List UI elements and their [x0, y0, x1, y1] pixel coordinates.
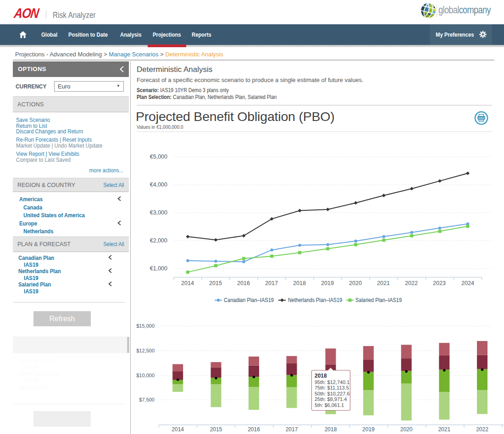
svg-text:2023: 2023: [433, 280, 446, 286]
svg-text:25th: $8,971.4: 25th: $8,971.4: [315, 396, 347, 402]
svg-text:95th: $12,740.1: 95th: $12,740.1: [315, 379, 349, 385]
svg-text:2024: 2024: [461, 280, 474, 286]
svg-text:2019: 2019: [321, 280, 334, 286]
svg-text:$7,500: $7,500: [139, 397, 155, 402]
svg-text:2021: 2021: [438, 426, 450, 433]
svg-text:$10,000: $10,000: [136, 373, 155, 378]
svg-text:2017: 2017: [286, 426, 298, 433]
svg-text:Canadian Plan–IAS19: Canadian Plan–IAS19: [224, 297, 274, 303]
svg-text:2022: 2022: [405, 280, 418, 286]
svg-text:2016: 2016: [248, 426, 260, 433]
svg-text:€4,000: €4,000: [150, 181, 167, 188]
svg-text:2016: 2016: [237, 280, 250, 286]
svg-text:2015: 2015: [209, 280, 222, 286]
svg-text:50th: $10,227.6: 50th: $10,227.6: [315, 391, 349, 396]
svg-text:$12,500: $12,500: [136, 348, 155, 353]
svg-text:2014: 2014: [172, 426, 184, 433]
svg-text:2018: 2018: [293, 280, 306, 286]
svg-text:€3,000: €3,000: [150, 209, 167, 216]
svg-text:2018: 2018: [315, 373, 327, 379]
svg-text:2020: 2020: [349, 280, 362, 286]
svg-text:2014: 2014: [181, 280, 194, 286]
svg-text:$15,000: $15,000: [136, 323, 155, 329]
svg-text:2017: 2017: [265, 280, 278, 286]
svg-text:2021: 2021: [377, 280, 390, 286]
svg-text:5th: $6,061.1: 5th: $6,061.1: [315, 402, 344, 408]
svg-text:2022: 2022: [476, 426, 488, 433]
svg-text:€2,000: €2,000: [150, 237, 167, 244]
svg-text:€5,000: €5,000: [150, 154, 167, 160]
svg-text:Netherlands Plan–IAS19: Netherlands Plan–IAS19: [288, 297, 342, 303]
svg-text:2018: 2018: [325, 426, 337, 433]
svg-text:2015: 2015: [210, 426, 222, 433]
svg-text:Salaried Plan–IAS19: Salaried Plan–IAS19: [355, 297, 402, 303]
svg-text:2019: 2019: [362, 426, 375, 433]
svg-text:75th: $11,113.5: 75th: $11,113.5: [315, 385, 349, 390]
svg-text:2020: 2020: [400, 426, 413, 433]
svg-text:€1,000: €1,000: [150, 265, 167, 272]
